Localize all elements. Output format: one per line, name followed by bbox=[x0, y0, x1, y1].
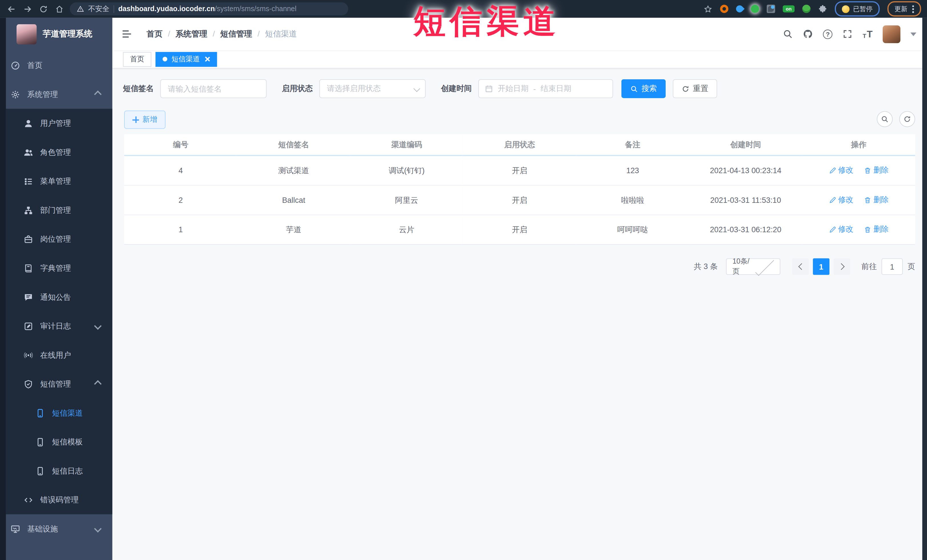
chevron-up-icon bbox=[94, 90, 102, 98]
address-bar[interactable]: 不安全 dashboard.yudao.iocoder.cn/system/sm… bbox=[70, 2, 348, 15]
breadcrumb-item-system[interactable]: 系统管理 bbox=[175, 29, 207, 39]
browser-update-chip[interactable]: 更新 bbox=[887, 1, 921, 17]
delete-link[interactable]: 删除 bbox=[864, 194, 889, 205]
reset-button[interactable]: 重置 bbox=[673, 79, 717, 98]
toggle-search-button[interactable] bbox=[877, 111, 893, 127]
font-size-icon[interactable] bbox=[863, 29, 872, 39]
table-row: 2 Ballcat 阿里云 开启 啦啦啦 2021-03-31 11:53:10… bbox=[124, 185, 915, 215]
edit-link[interactable]: 修改 bbox=[828, 165, 853, 176]
goto-page-input[interactable] bbox=[881, 258, 903, 275]
tab-sms-channel[interactable]: 短信渠道 bbox=[155, 52, 217, 67]
browser-menu-icon[interactable] bbox=[912, 5, 914, 13]
collapse-sidebar-icon[interactable] bbox=[121, 28, 132, 39]
sidebar-item-sms-template[interactable]: 短信模板 bbox=[6, 427, 112, 457]
sidebar-item-sms-log[interactable]: 短信日志 bbox=[6, 457, 112, 486]
sidebar-item-user-management[interactable]: 用户管理 bbox=[6, 109, 112, 138]
close-tab-icon[interactable] bbox=[204, 56, 210, 62]
plus-icon bbox=[132, 116, 139, 123]
sidebar-item-sms-management[interactable]: 短信管理 bbox=[6, 369, 112, 399]
system-submenu: 用户管理 角色管理 菜单管理 部门管理 岗位管理 bbox=[6, 109, 112, 514]
app-logo-row[interactable]: 芋道管理系统 bbox=[6, 18, 112, 51]
delete-link[interactable]: 删除 bbox=[864, 224, 889, 235]
breadcrumb-separator: / bbox=[213, 30, 215, 38]
date-range-picker[interactable]: 开始日期 - 结束日期 bbox=[478, 79, 613, 98]
browser-nav bbox=[7, 5, 64, 14]
extension-on-badge[interactable]: on bbox=[783, 5, 794, 12]
header-actions bbox=[783, 25, 916, 43]
sign-input[interactable] bbox=[160, 79, 267, 98]
edit-link[interactable]: 修改 bbox=[828, 194, 853, 205]
profile-emoji-icon bbox=[842, 5, 849, 13]
sidebar-item-menu-management[interactable]: 菜单管理 bbox=[6, 167, 112, 196]
screen: 不安全 dashboard.yudao.iocoder.cn/system/sm… bbox=[0, 0, 927, 560]
edit-link[interactable]: 修改 bbox=[828, 224, 853, 235]
sidebar: 芋道管理系统 首页 系统管理 用户管理 角色管理 bbox=[0, 18, 112, 560]
reload-icon[interactable] bbox=[39, 5, 48, 14]
sidebar-item-system-management[interactable]: 系统管理 bbox=[6, 80, 112, 109]
home-icon[interactable] bbox=[55, 5, 64, 14]
back-icon[interactable] bbox=[7, 5, 16, 14]
fullscreen-icon[interactable] bbox=[843, 29, 853, 39]
breadcrumb-separator: / bbox=[168, 30, 170, 38]
col-actions: 操作 bbox=[802, 134, 915, 155]
sidebar-item-home[interactable]: 首页 bbox=[6, 51, 112, 80]
refresh-table-button[interactable] bbox=[899, 111, 915, 127]
breadcrumb-item-sms[interactable]: 短信管理 bbox=[220, 29, 252, 39]
avatar-caret-down-icon[interactable] bbox=[910, 32, 916, 36]
breadcrumb-item-current: 短信渠道 bbox=[265, 29, 297, 39]
extension-frog-icon[interactable] bbox=[802, 5, 811, 13]
table-toolbar bbox=[877, 111, 915, 127]
app-logo bbox=[17, 24, 36, 44]
extension-grid-icon[interactable] bbox=[767, 5, 775, 13]
sidebar-item-post-management[interactable]: 岗位管理 bbox=[6, 225, 112, 253]
delete-link[interactable]: 删除 bbox=[864, 165, 889, 176]
sidebar-item-notice[interactable]: 通知公告 bbox=[6, 282, 112, 311]
shield-icon bbox=[24, 379, 33, 389]
sidebar-item-dept-management[interactable]: 部门管理 bbox=[6, 196, 112, 225]
search-icon[interactable] bbox=[783, 29, 793, 39]
github-icon[interactable] bbox=[803, 29, 813, 39]
not-secure-label: 不安全 bbox=[88, 4, 109, 14]
sidebar-item-sms-channel[interactable]: 短信渠道 bbox=[6, 399, 112, 428]
extension-orange-icon[interactable] bbox=[720, 5, 728, 13]
sidebar-item-role-management[interactable]: 角色管理 bbox=[6, 138, 112, 167]
extension-drop-icon[interactable] bbox=[735, 4, 745, 14]
trash-icon bbox=[864, 167, 872, 174]
profile-paused-chip[interactable]: 已暂停 bbox=[835, 1, 880, 17]
forward-icon[interactable] bbox=[23, 5, 32, 14]
url-divider bbox=[114, 5, 114, 13]
sidebar-item-error-code[interactable]: 错误码管理 bbox=[6, 485, 112, 514]
sidebar-item-audit-log[interactable]: 审计日志 bbox=[6, 311, 112, 341]
extension-green-icon[interactable] bbox=[751, 5, 759, 13]
search-button[interactable]: 搜索 bbox=[622, 79, 666, 98]
next-page-button[interactable] bbox=[834, 258, 850, 275]
calendar-icon bbox=[485, 85, 493, 93]
help-icon[interactable] bbox=[823, 29, 833, 39]
page-size-select[interactable]: 10条/页 bbox=[726, 258, 781, 275]
prev-page-button[interactable] bbox=[792, 258, 809, 275]
bookmark-star-icon[interactable] bbox=[704, 5, 713, 14]
page-unit-label: 页 bbox=[907, 261, 915, 272]
extensions-puzzle-icon[interactable] bbox=[818, 5, 827, 14]
tags-view-bar: 首页 短信渠道 bbox=[112, 50, 927, 68]
book-icon bbox=[24, 263, 33, 273]
tab-home[interactable]: 首页 bbox=[123, 52, 151, 67]
add-button[interactable]: 新增 bbox=[124, 111, 166, 129]
code-icon bbox=[24, 495, 33, 504]
signal-icon bbox=[24, 350, 33, 360]
sidebar-item-dict-management[interactable]: 字典管理 bbox=[6, 253, 112, 283]
org-tree-icon bbox=[24, 205, 33, 215]
page-number-active[interactable]: 1 bbox=[813, 258, 830, 275]
breadcrumb-item-home[interactable]: 首页 bbox=[147, 29, 163, 39]
table-row: 4 测试渠道 调试(钉钉) 开启 123 2021-04-13 00:23:14… bbox=[124, 155, 915, 185]
user-avatar[interactable] bbox=[883, 25, 900, 43]
chevron-down-icon bbox=[94, 525, 102, 532]
page-scrollbar[interactable] bbox=[922, 18, 927, 560]
status-select[interactable]: 请选择启用状态 bbox=[319, 79, 426, 98]
sidebar-item-infrastructure[interactable]: 基础设施 bbox=[6, 514, 112, 543]
gear-icon bbox=[11, 90, 20, 99]
url-path: /system/sms/sms-channel bbox=[215, 5, 296, 13]
breadcrumb: 首页 / 系统管理 / 短信管理 / 短信渠道 bbox=[147, 29, 297, 39]
status-label: 启用状态 bbox=[282, 83, 313, 94]
sidebar-item-online-users[interactable]: 在线用户 bbox=[6, 341, 112, 370]
